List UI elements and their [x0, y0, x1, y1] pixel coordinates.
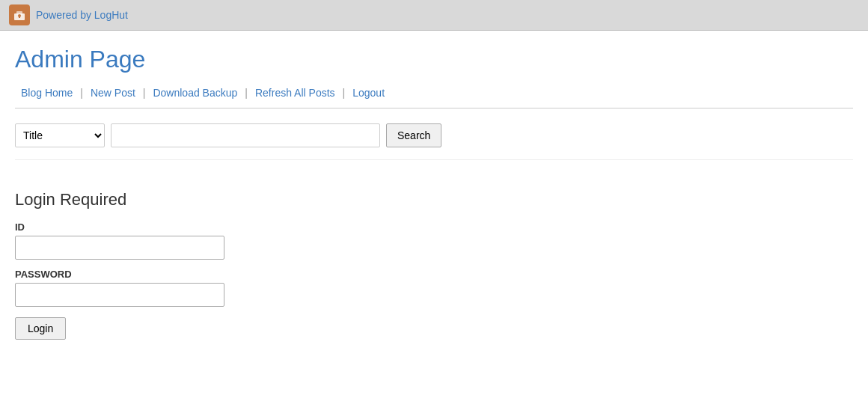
nav-sep-4: | — [341, 87, 347, 99]
nav-sep-2: | — [141, 87, 147, 99]
loghut-logo-icon — [9, 4, 30, 25]
nav-blog-home[interactable]: Blog Home — [15, 85, 79, 100]
top-bar: Powered by LogHut — [0, 0, 868, 31]
svg-rect-4 — [19, 16, 20, 18]
nav-refresh-all-posts[interactable]: Refresh All Posts — [249, 85, 341, 100]
nav-bar: Blog Home | New Post | Download Backup |… — [15, 85, 853, 108]
search-input[interactable] — [111, 123, 380, 147]
id-input[interactable] — [15, 236, 224, 260]
page-title: Admin Page — [15, 46, 853, 73]
search-filter-select[interactable]: Title Content Author — [15, 123, 105, 147]
search-button[interactable]: Search — [386, 123, 441, 147]
nav-download-backup[interactable]: Download Backup — [147, 85, 243, 100]
password-input[interactable] — [15, 283, 224, 307]
login-title: Login Required — [15, 190, 853, 209]
nav-sep-3: | — [243, 87, 249, 99]
search-bar: Title Content Author Search — [15, 123, 853, 160]
nav-new-post[interactable]: New Post — [85, 85, 141, 100]
powered-by-label: Powered by LogHut — [36, 9, 128, 21]
password-label: PASSWORD — [15, 269, 853, 280]
login-button[interactable]: Login — [15, 317, 66, 340]
page-content: Admin Page Blog Home | New Post | Downlo… — [0, 31, 868, 347]
login-section: Login Required ID PASSWORD Login — [15, 183, 853, 347]
nav-sep-1: | — [79, 87, 85, 99]
nav-logout[interactable]: Logout — [346, 85, 391, 100]
id-label: ID — [15, 221, 853, 233]
